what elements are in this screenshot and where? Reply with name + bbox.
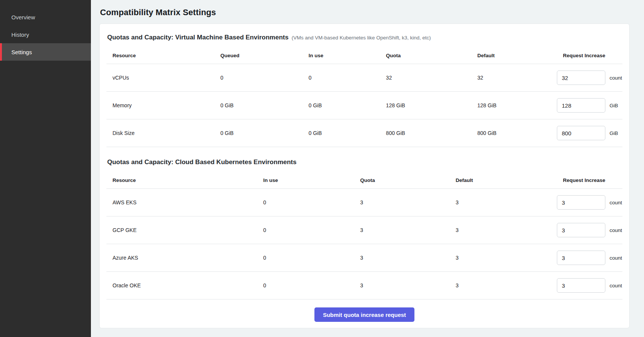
queued-value: 0 GiB xyxy=(214,130,303,136)
request-increase-input-memory[interactable] xyxy=(557,98,605,113)
sidebar-item-settings[interactable]: Settings xyxy=(0,43,91,61)
resource-name: AWS EKS xyxy=(106,199,257,205)
resource-name: Disk Size xyxy=(106,130,214,136)
footer-row: Submit quota increase request xyxy=(106,299,622,330)
table-header-row: Resource In use Quota Default Request In… xyxy=(106,172,622,189)
table-row-gcp-gke: GCP GKE 0 3 3 count xyxy=(106,216,622,244)
table-row-oracle-oke: Oracle OKE 0 3 3 count xyxy=(106,272,622,299)
in-use-value: 0 xyxy=(257,282,354,288)
unit-label: count xyxy=(610,200,622,205)
section-title: Quotas and Capacity: Cloud Based Kuberne… xyxy=(107,158,297,166)
quota-value: 800 GiB xyxy=(380,130,471,136)
table-row-disk-size: Disk Size 0 GiB 0 GiB 800 GiB 800 GiB Gi… xyxy=(106,119,622,147)
request-increase-input-aws-eks[interactable] xyxy=(557,195,605,210)
in-use-value: 0 GiB xyxy=(303,130,380,136)
table-header-row: Resource Queued In use Quota Default Req… xyxy=(106,47,622,64)
quota-value: 3 xyxy=(354,227,450,233)
quota-value: 32 xyxy=(380,75,471,81)
request-increase-input-vcpus[interactable] xyxy=(557,71,605,85)
default-value: 3 xyxy=(450,227,557,233)
unit-label: GiB xyxy=(610,103,618,108)
section-title: Quotas and Capacity: Virtual Machine Bas… xyxy=(107,34,289,41)
column-header-default: Default xyxy=(450,177,557,183)
in-use-value: 0 GiB xyxy=(303,102,380,108)
in-use-value: 0 xyxy=(303,75,380,81)
default-value: 32 xyxy=(471,75,557,81)
unit-label: count xyxy=(610,227,622,233)
unit-label: count xyxy=(610,255,622,261)
request-increase-input-disk-size[interactable] xyxy=(557,126,605,140)
page-title: Compatibility Matrix Settings xyxy=(100,8,630,17)
section-heading-vm: Quotas and Capacity: Virtual Machine Bas… xyxy=(107,34,622,41)
unit-label: count xyxy=(610,75,622,81)
column-header-queued: Queued xyxy=(214,53,303,58)
default-value: 3 xyxy=(450,199,557,205)
request-increase-input-azure-aks[interactable] xyxy=(557,251,605,265)
request-increase-input-gcp-gke[interactable] xyxy=(557,223,605,237)
default-value: 128 GiB xyxy=(471,102,557,108)
settings-card: Quotas and Capacity: Virtual Machine Bas… xyxy=(99,24,630,328)
sidebar-item-label: Settings xyxy=(11,49,32,55)
default-value: 3 xyxy=(450,255,557,261)
resource-name: Memory xyxy=(106,102,214,108)
sidebar-item-history[interactable]: History xyxy=(0,26,91,43)
queued-value: 0 xyxy=(214,75,303,81)
column-header-default: Default xyxy=(471,53,557,58)
sidebar: Overview History Settings xyxy=(0,0,91,337)
in-use-value: 0 xyxy=(257,255,354,261)
table-row-vcpus: vCPUs 0 0 32 32 count xyxy=(106,64,622,92)
in-use-value: 0 xyxy=(257,199,354,205)
table-row-memory: Memory 0 GiB 0 GiB 128 GiB 128 GiB GiB xyxy=(106,92,622,119)
request-increase-input-oracle-oke[interactable] xyxy=(557,278,605,293)
queued-value: 0 GiB xyxy=(214,102,303,108)
sidebar-item-overview[interactable]: Overview xyxy=(0,8,91,26)
vm-quota-table: Resource Queued In use Quota Default Req… xyxy=(106,47,622,147)
column-header-request-increase: Request Increase xyxy=(557,53,622,58)
section-heading-cloud-k8s: Quotas and Capacity: Cloud Based Kuberne… xyxy=(107,158,622,166)
cloud-k8s-quota-table: Resource In use Quota Default Request In… xyxy=(106,172,622,299)
column-header-in-use: In use xyxy=(257,177,354,183)
column-header-request-increase: Request Increase xyxy=(557,177,622,183)
resource-name: GCP GKE xyxy=(106,227,257,233)
quota-value: 128 GiB xyxy=(380,102,471,108)
table-row-aws-eks: AWS EKS 0 3 3 count xyxy=(106,189,622,216)
unit-label: count xyxy=(610,283,622,288)
table-row-azure-aks: Azure AKS 0 3 3 count xyxy=(106,244,622,272)
submit-quota-increase-button[interactable]: Submit quota increase request xyxy=(314,307,414,322)
resource-name: vCPUs xyxy=(106,75,214,81)
default-value: 800 GiB xyxy=(471,130,557,136)
quota-value: 3 xyxy=(354,199,450,205)
column-header-resource: Resource xyxy=(106,177,257,183)
unit-label: GiB xyxy=(610,130,618,136)
quota-value: 3 xyxy=(354,255,450,261)
column-header-resource: Resource xyxy=(106,53,214,58)
section-subtitle: (VMs and VM-based Kubernetes like OpenSh… xyxy=(292,35,431,41)
sidebar-item-label: Overview xyxy=(11,14,35,20)
default-value: 3 xyxy=(450,282,557,288)
column-header-quota: Quota xyxy=(354,177,450,183)
column-header-in-use: In use xyxy=(303,53,380,58)
sidebar-item-label: History xyxy=(11,31,29,38)
resource-name: Oracle OKE xyxy=(106,282,257,288)
quota-value: 3 xyxy=(354,282,450,288)
main-content: Compatibility Matrix Settings Quotas and… xyxy=(91,0,644,337)
in-use-value: 0 xyxy=(257,227,354,233)
column-header-quota: Quota xyxy=(380,53,471,58)
resource-name: Azure AKS xyxy=(106,255,257,261)
